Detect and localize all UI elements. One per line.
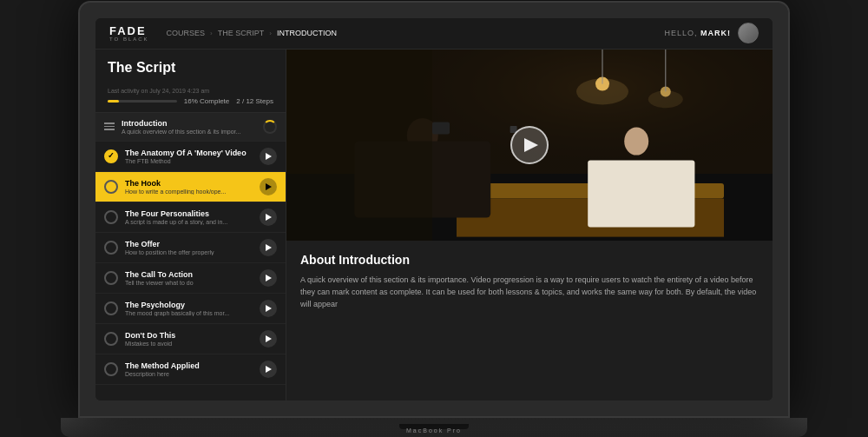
lesson-desc: The mood graph basically of this mor... — [125, 310, 253, 316]
laptop-screen: FADE TO BLACK COURSES › THE SCRIPT › INT… — [95, 18, 773, 401]
laptop-model-label: MacBook Pro — [406, 427, 462, 434]
play-icon — [266, 244, 272, 251]
lesson-title: Introduction — [122, 119, 256, 128]
play-icon — [266, 305, 272, 312]
play-icon — [266, 183, 272, 190]
play-button[interactable] — [260, 361, 277, 378]
lesson-desc: A script is made up of a story, and in..… — [125, 219, 253, 225]
topbar: FADE TO BLACK COURSES › THE SCRIPT › INT… — [95, 18, 773, 50]
play-icon — [266, 335, 272, 342]
last-activity: Last activity on July 24, 2019 4:23 am — [108, 88, 273, 94]
play-icon — [266, 153, 272, 160]
spinner-icon — [263, 120, 277, 134]
lesson-title: Don't Do This — [125, 331, 253, 340]
lesson-item[interactable]: Introduction A quick overview of this se… — [95, 113, 286, 142]
lesson-item[interactable]: The Offer How to position the offer prop… — [95, 233, 286, 263]
lesson-desc: How to write a compelling hook/ope... — [125, 189, 253, 195]
check-circle-icon — [104, 241, 118, 255]
lesson-item-active[interactable]: The Hook How to write a compelling hook/… — [95, 172, 286, 202]
menu-icon — [104, 122, 115, 130]
lesson-item[interactable]: The Psychology The mood graph basically … — [95, 294, 286, 324]
lesson-desc: Mistakes to avoid — [125, 341, 253, 347]
play-icon — [266, 214, 272, 221]
video-container[interactable] — [286, 50, 773, 241]
lesson-text: The Call To Action Tell the viewer what … — [125, 270, 253, 286]
lesson-title: The Method Applied — [125, 361, 253, 370]
play-button[interactable] — [260, 148, 277, 165]
lesson-text: The Four Personalities A script is made … — [125, 209, 253, 225]
lesson-item[interactable]: ✓ The Anatomy Of A 'Money' Video The FTB… — [95, 142, 286, 172]
lesson-text: The Psychology The mood graph basically … — [125, 301, 253, 316]
check-circle-icon — [104, 210, 118, 224]
laptop-wrapper: FADE TO BLACK COURSES › THE SCRIPT › INT… — [61, 0, 807, 437]
lesson-desc: How to position the offer properly — [125, 249, 253, 255]
check-circle-icon — [104, 271, 118, 285]
breadcrumb-sep-2: › — [269, 30, 272, 37]
play-icon — [266, 366, 272, 373]
checkmark-icon: ✓ — [108, 152, 115, 160]
lesson-title: The Offer — [125, 240, 253, 248]
progress-fill — [108, 100, 119, 103]
sidebar-header: The Script — [95, 50, 286, 83]
progress-row: 16% Complete 2 / 12 Steps — [108, 97, 273, 105]
play-button[interactable] — [260, 330, 277, 348]
lesson-desc: A quick overview of this section & its i… — [122, 129, 256, 135]
play-button[interactable] — [260, 269, 277, 287]
breadcrumb-item-2[interactable]: THE SCRIPT — [218, 29, 265, 37]
progress-track — [108, 100, 177, 103]
lesson-desc: Description here — [125, 371, 253, 377]
play-large-icon — [524, 138, 538, 152]
logo: FADE TO BLACK — [109, 25, 149, 42]
progress-label: 16% Complete — [184, 97, 229, 105]
check-circle-icon — [104, 362, 118, 376]
about-section: About Introduction A quick overview of t… — [286, 241, 773, 401]
about-title: About Introduction — [300, 253, 759, 267]
check-circle-icon — [104, 332, 118, 346]
lesson-title: The Psychology — [125, 301, 253, 309]
play-button[interactable] — [260, 209, 277, 226]
play-button[interactable] — [260, 300, 277, 317]
right-panel: About Introduction A quick overview of t… — [286, 50, 773, 401]
logo-name: FADE — [109, 25, 149, 36]
lesson-desc: The FTB Method — [125, 158, 253, 164]
lesson-title: The Call To Action — [125, 270, 253, 279]
main-content: The Script Last activity on July 24, 201… — [95, 50, 773, 401]
breadcrumb: COURSES › THE SCRIPT › INTRODUCTION — [167, 29, 337, 37]
logo-sub: TO BLACK — [109, 36, 149, 42]
check-circle-icon — [104, 180, 118, 194]
page-title: The Script — [108, 60, 273, 76]
lesson-text: Don't Do This Mistakes to avoid — [125, 331, 253, 347]
lesson-text: The Method Applied Description here — [125, 361, 253, 377]
play-icon — [266, 275, 272, 281]
lesson-title: The Anatomy Of A 'Money' Video — [125, 149, 253, 157]
lesson-text: The Offer How to position the offer prop… — [125, 240, 253, 255]
lesson-title: The Four Personalities — [125, 209, 253, 218]
breadcrumb-item-3[interactable]: INTRODUCTION — [277, 29, 337, 37]
lesson-item[interactable]: The Call To Action Tell the viewer what … — [95, 263, 286, 294]
avatar[interactable] — [738, 23, 759, 43]
check-circle-icon: ✓ — [104, 149, 118, 163]
lesson-text: Introduction A quick overview of this se… — [122, 119, 256, 135]
play-button[interactable] — [260, 239, 277, 256]
lesson-item[interactable]: The Four Personalities A script is made … — [95, 202, 286, 233]
progress-area: Last activity on July 24, 2019 4:23 am 1… — [95, 83, 286, 113]
lesson-desc: Tell the viewer what to do — [125, 280, 253, 286]
play-button[interactable] — [260, 178, 277, 195]
lesson-text: The Hook How to write a compelling hook/… — [125, 179, 253, 195]
laptop-body: FADE TO BLACK COURSES › THE SCRIPT › INT… — [78, 1, 790, 418]
breadcrumb-item-1[interactable]: COURSES — [167, 29, 206, 37]
lesson-title: The Hook — [125, 179, 253, 188]
lesson-item[interactable]: The Method Applied Description here — [95, 354, 286, 385]
video-play-button[interactable] — [510, 126, 549, 164]
about-text: A quick overview of this section & its i… — [300, 274, 759, 311]
lesson-item[interactable]: Don't Do This Mistakes to avoid — [95, 324, 286, 354]
user-name: MARK! — [700, 29, 731, 37]
topbar-right: HELLO, MARK! — [664, 23, 759, 43]
video-overlay — [286, 50, 773, 241]
check-circle-icon — [104, 301, 118, 315]
laptop-base: MacBook Pro — [61, 418, 807, 437]
lesson-text: The Anatomy Of A 'Money' Video The FTB M… — [125, 149, 253, 164]
breadcrumb-sep-1: › — [210, 30, 213, 37]
progress-steps: 2 / 12 Steps — [236, 97, 273, 105]
sidebar: The Script Last activity on July 24, 201… — [95, 50, 286, 401]
